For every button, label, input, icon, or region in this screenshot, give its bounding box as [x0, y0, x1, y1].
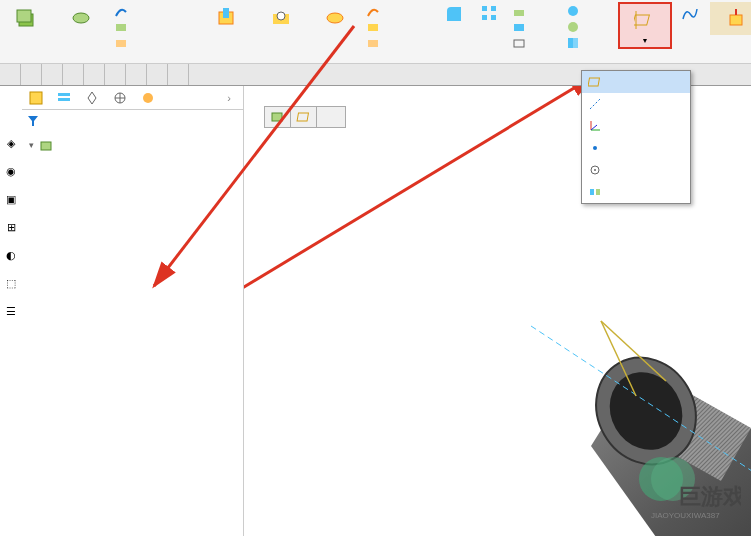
tab-sw-addins[interactable]	[147, 64, 168, 85]
curve-icon	[680, 4, 700, 24]
fillet-button[interactable]	[436, 2, 472, 27]
svg-line-28	[590, 99, 600, 109]
reference-icon	[631, 6, 659, 34]
strip-icon-6[interactable]: ⬚	[2, 274, 20, 292]
strip-icon-5[interactable]: ◐	[2, 246, 20, 264]
svg-rect-21	[568, 38, 573, 48]
cut-extrude-icon	[213, 4, 241, 32]
dropdown-mate[interactable]	[582, 181, 690, 203]
watermark: 巨游戏 JIAOYOUXIWA387	[621, 454, 741, 526]
svg-rect-14	[482, 15, 487, 20]
revolve-boss-button[interactable]	[54, 2, 108, 36]
svg-rect-15	[491, 15, 496, 20]
extrude-icon	[13, 4, 41, 32]
reference-geometry-dropdown	[581, 70, 691, 204]
svg-point-32	[593, 146, 597, 150]
tree-property-icon[interactable]	[54, 88, 74, 108]
dropdown-coord[interactable]	[582, 115, 690, 137]
dropdown-axis[interactable]	[582, 93, 690, 115]
tree-featuremanager-icon[interactable]	[26, 88, 46, 108]
dropdown-point[interactable]	[582, 137, 690, 159]
strip-icon-7[interactable]: ☰	[2, 302, 20, 320]
svg-rect-13	[491, 6, 496, 11]
tree-collapse-icon[interactable]: ›	[219, 88, 239, 108]
svg-point-2	[73, 13, 89, 23]
hole-icon	[267, 4, 295, 32]
breadcrumb-bar	[264, 106, 346, 128]
svg-rect-12	[482, 6, 487, 11]
breadcrumb-plane-icon[interactable]	[291, 107, 317, 127]
svg-rect-6	[223, 8, 229, 18]
tree-dim-icon[interactable]	[110, 88, 130, 108]
dropdown-plane[interactable]	[582, 71, 690, 93]
svg-rect-37	[30, 92, 42, 104]
svg-line-31	[591, 125, 597, 130]
svg-rect-4	[116, 40, 126, 47]
instant3d-icon	[723, 4, 751, 32]
tab-evaluate[interactable]	[105, 64, 126, 85]
svg-rect-35	[590, 189, 594, 195]
svg-point-34	[594, 169, 596, 171]
svg-text:JIAOYOUXIWA387: JIAOYOUXIWA387	[651, 511, 720, 520]
wrap-group-button[interactable]	[562, 2, 616, 52]
extrude-boss-button[interactable]	[0, 2, 54, 36]
svg-rect-1	[17, 10, 31, 22]
tab-feature[interactable]	[0, 64, 21, 85]
svg-rect-18	[514, 40, 524, 47]
reference-geometry-button[interactable]: ▼	[618, 2, 672, 49]
svg-point-19	[568, 6, 578, 16]
strip-icon-4[interactable]: ⊞	[2, 218, 20, 236]
plane-icon	[588, 75, 602, 89]
breadcrumb-part-icon[interactable]	[265, 107, 291, 127]
revolve-icon	[67, 4, 95, 32]
svg-rect-22	[573, 38, 578, 48]
tab-dimxpert[interactable]	[126, 64, 147, 85]
tree-display-icon[interactable]	[138, 88, 158, 108]
coord-icon	[588, 119, 602, 133]
svg-rect-46	[297, 113, 308, 121]
tab-sketch[interactable]	[21, 64, 42, 85]
strip-icon-1[interactable]: ◈	[2, 134, 20, 152]
tree-toolbar: ›	[22, 86, 243, 110]
svg-rect-38	[58, 93, 70, 96]
svg-rect-36	[596, 189, 600, 195]
tab-surface[interactable]	[42, 64, 63, 85]
fillet-icon	[444, 4, 464, 24]
cut-revolve-icon	[321, 4, 349, 32]
svg-rect-3	[116, 24, 126, 31]
axis-icon	[588, 97, 602, 111]
centroid-icon	[588, 163, 602, 177]
sweep-boss-button[interactable]	[108, 2, 198, 52]
cut-revolve-button[interactable]	[308, 2, 362, 36]
part-icon	[38, 137, 54, 153]
mate-icon	[588, 185, 602, 199]
hole-wizard-button[interactable]	[254, 2, 308, 36]
dropdown-centroid[interactable]	[582, 159, 690, 181]
tree-config-icon[interactable]	[82, 88, 102, 108]
point-icon	[588, 141, 602, 155]
tree-filter-icon[interactable]	[22, 110, 243, 134]
svg-text:巨游戏: 巨游戏	[679, 484, 741, 509]
instant3d-button[interactable]	[710, 2, 751, 35]
linear-pattern-button[interactable]	[472, 2, 508, 28]
svg-rect-44	[41, 142, 51, 150]
svg-rect-17	[514, 24, 524, 31]
svg-rect-45	[272, 113, 282, 121]
ribbon-toolbar: ▼	[0, 0, 751, 64]
strip-icon-2[interactable]: ◉	[2, 162, 20, 180]
tab-sw-mbd[interactable]	[168, 64, 189, 85]
svg-point-9	[327, 13, 343, 23]
tree-root[interactable]: ▾	[22, 136, 243, 154]
svg-rect-25	[730, 15, 742, 25]
tab-mold[interactable]	[84, 64, 105, 85]
cut-extrude-button[interactable]	[200, 2, 254, 36]
svg-point-8	[277, 12, 285, 20]
svg-point-20	[568, 22, 578, 32]
rib-group-button[interactable]	[508, 2, 562, 52]
cut-sweep-button[interactable]	[362, 2, 434, 52]
tab-sheetmetal[interactable]	[63, 64, 84, 85]
curves-button[interactable]	[672, 2, 708, 27]
svg-point-43	[143, 93, 153, 103]
strip-icon-3[interactable]: ▣	[2, 190, 20, 208]
feature-tree-panel: › ▾	[22, 86, 244, 536]
